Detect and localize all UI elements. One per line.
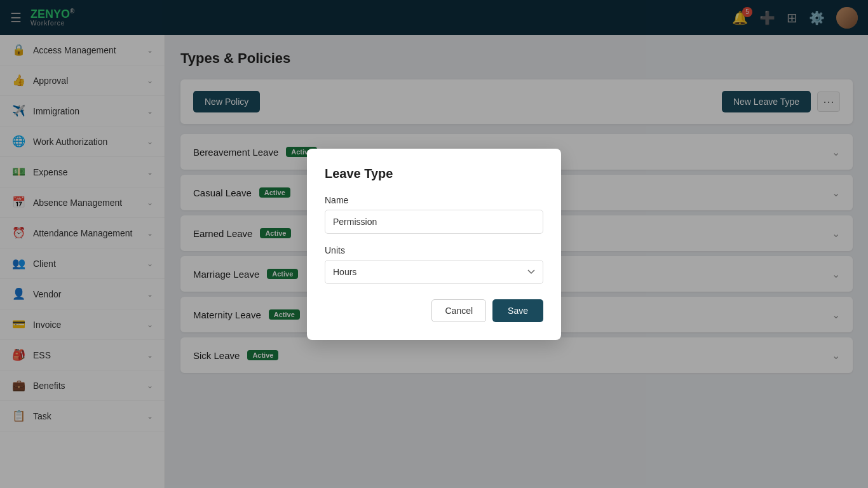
name-label: Name <box>325 195 543 205</box>
cancel-button[interactable]: Cancel <box>431 299 486 322</box>
units-form-group: Units HoursDays <box>325 245 543 284</box>
modal-actions: Cancel Save <box>325 299 543 322</box>
units-label: Units <box>325 245 543 255</box>
modal-title: Leave Type <box>325 166 543 181</box>
name-input[interactable] <box>325 210 543 234</box>
modal-overlay[interactable]: Leave Type Name Units HoursDays Cancel S… <box>0 0 868 488</box>
save-button[interactable]: Save <box>492 299 543 322</box>
units-select[interactable]: HoursDays <box>325 260 543 284</box>
leave-type-modal: Leave Type Name Units HoursDays Cancel S… <box>307 149 561 340</box>
name-form-group: Name <box>325 195 543 234</box>
